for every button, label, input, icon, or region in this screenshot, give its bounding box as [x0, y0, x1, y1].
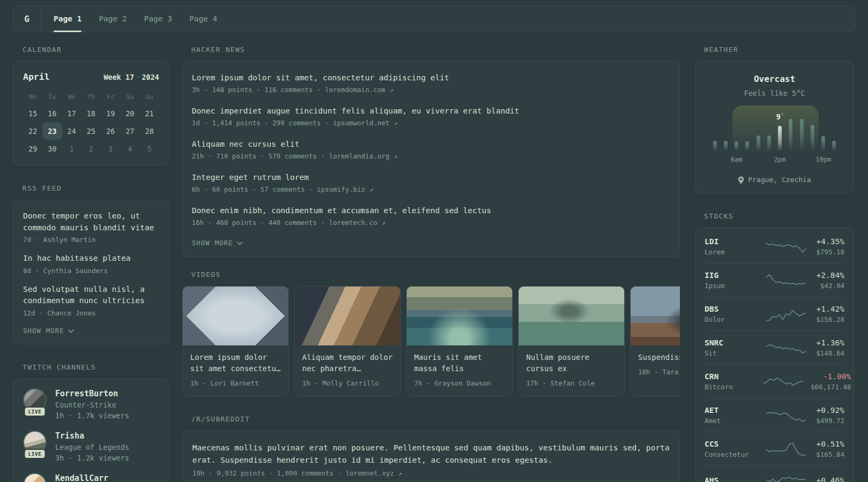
twitch-avatar-wrap: LIVE [23, 431, 47, 454]
app-logo[interactable]: G [13, 6, 41, 32]
stock-name: Ipsum [705, 281, 764, 291]
calendar-day: 21 [140, 104, 159, 122]
hackernews-item-domain-link[interactable]: loremlandia.org [329, 152, 390, 160]
stock-values: +0.51% $165.84 [816, 439, 844, 460]
hackernews-item-title[interactable]: Aliquam nec cursus elit [192, 139, 670, 149]
video-card-body: Suspendisse diam 18h · Tara [631, 345, 680, 385]
calendar-header: April Week 17·2024 [23, 72, 159, 82]
video-card-body: Nullam posuere cursus ex 17h · Stefan Co… [519, 345, 624, 396]
page-tab-label: Page 3 [144, 14, 172, 23]
calendar-panel: April Week 17·2024 MoTuWeThFrSaSu 151617… [13, 61, 169, 165]
video-title[interactable]: Nullam posuere cursus ex [526, 352, 617, 374]
hackernews-item-meta: 1d · 1,414 points · 299 comments · ipsum… [192, 118, 670, 128]
calendar-day: 25 [81, 122, 101, 140]
rss-widget: RSS FEED Donec tempor eros leo, ut commo… [13, 184, 169, 344]
video-card[interactable]: Suspendisse diam 18h · Tara [630, 286, 680, 396]
stock-row[interactable]: DBS Dolor +1.42% $156.28 [705, 297, 844, 331]
page-tab-label: Page 1 [54, 14, 81, 23]
stock-sparkline-chart [766, 441, 806, 457]
video-card[interactable]: Nullam posuere cursus ex 17h · Stefan Co… [518, 286, 625, 396]
stock-row[interactable]: AET Amet +0.92% $499.72 [705, 398, 844, 432]
stock-row[interactable]: CRN Bitcorn -1.00% $66,171.48 [705, 365, 844, 398]
hackernews-item-stats: 16h · 468 points · 440 comments [192, 219, 317, 227]
stock-row[interactable]: AHS +0.46% [705, 466, 844, 482]
hackernews-show-more-button[interactable]: SHOW MORE [192, 238, 670, 248]
twitch-channel-name[interactable]: KendallCarr [55, 473, 108, 482]
calendar-day: 16 [42, 104, 62, 122]
hackernews-item-meta: 3h · 148 points · 116 comments · loremdo… [192, 85, 670, 95]
page-tab[interactable]: Page 4 [189, 6, 217, 32]
stock-symbol: IIG [705, 270, 764, 281]
hackernews-item-title[interactable]: Donec imperdiet augue tincidunt felis al… [192, 106, 670, 116]
video-thumbnail[interactable] [295, 287, 400, 345]
calendar-day: 4 [120, 140, 139, 157]
rss-item-title[interactable]: In hac habitasse platea [23, 253, 159, 265]
video-thumbnail[interactable] [519, 287, 624, 345]
video-thumbnail[interactable] [183, 287, 288, 345]
twitch-widget: TWITCH CHANNELS LIVE ForrestBurton Count… [13, 363, 169, 482]
twitch-channel-row[interactable]: LIVE ForrestBurton Counter-Strike 1h · 1… [23, 388, 159, 421]
stock-row[interactable]: CCS Consectetur +0.51% $165.84 [705, 432, 844, 466]
page-tab[interactable]: Page 2 [99, 6, 126, 32]
hackernews-item-title[interactable]: Lorem ipsum dolor sit amet, consectetur … [192, 72, 670, 83]
weather-widget: WEATHER Overcast Feels like 5°C 6am2pm10… [695, 45, 854, 193]
twitch-channel-row[interactable]: LIVE KendallCarr [23, 473, 159, 482]
video-title[interactable]: Suspendisse diam [638, 352, 680, 363]
avatar [23, 473, 47, 482]
video-card-body: Aliquam tempor dolor nec pharetra… 1h · … [295, 345, 400, 396]
twitch-channel-viewers: 3h · 1.2k viewers [55, 453, 129, 463]
video-card[interactable]: Aliquam tempor dolor nec pharetra… 1h · … [294, 286, 401, 396]
dot-separator: · [325, 119, 329, 127]
rss-show-more-button[interactable]: SHOW MORE [23, 326, 159, 336]
hackernews-item-domain-link[interactable]: loremdomain.com [325, 86, 385, 94]
stock-symbol: LDI [705, 236, 764, 247]
video-card[interactable]: Lorem ipsum dolor sit amet consectetu… 1… [182, 286, 289, 396]
twitch-channel-info: KendallCarr [55, 473, 108, 482]
stock-row[interactable]: SNRC Sit +1.36% $148.64 [705, 331, 844, 365]
stock-row[interactable]: IIG Ipsum +2.84% $42.04 [705, 263, 844, 297]
stock-sparkline-wrap [764, 273, 817, 289]
stock-sparkline-chart [764, 374, 803, 390]
hackernews-item-title[interactable]: Integer eget rutrum lorem [192, 172, 670, 183]
external-link-icon: ↗ [393, 119, 398, 127]
stock-sparkline-chart [766, 408, 806, 424]
calendar-day: 5 [140, 140, 159, 157]
hackernews-item-title[interactable]: Donec enim nibh, condimentum et accumsan… [192, 205, 670, 216]
hackernews-item-domain-link[interactable]: loremtech.co [329, 219, 377, 227]
stock-sparkline-wrap [764, 340, 816, 356]
stock-name: Amet [705, 416, 764, 426]
twitch-channel-name[interactable]: ForrestBurton [55, 388, 129, 400]
rss-item-title[interactable]: Sed volutpat nulla nisl, a condimentum n… [23, 284, 159, 307]
hackernews-item: Aliquam nec cursus elit 21h · 710 points… [192, 139, 670, 161]
stock-sparkline-chart [766, 472, 806, 482]
rss-item-meta: 8d · Cynthia Saunders [23, 266, 159, 276]
weather-hour-bar [764, 135, 774, 151]
twitch-channel-row[interactable]: LIVE Trisha League of Legends 3h · 1.2k … [23, 431, 159, 463]
rss-item-title[interactable]: Donec tempor eros leo, ut commodo mauris… [23, 210, 159, 234]
video-card[interactable]: Mauris sit amet massa felis 7h · Grayson… [406, 286, 513, 396]
twitch-channel-name[interactable]: Trisha [55, 431, 129, 442]
stock-change-percent: -1.00% [811, 371, 851, 382]
chevron-down-icon [237, 242, 243, 245]
page-tab[interactable]: Page 3 [144, 6, 172, 32]
hackernews-item-domain-link[interactable]: ipsumworld.net [333, 119, 389, 127]
video-title[interactable]: Mauris sit amet massa felis [414, 352, 505, 374]
video-thumbnail[interactable] [407, 287, 512, 345]
page-tab-label: Page 4 [189, 14, 217, 23]
subreddit-post-domain-link[interactable]: loremnet.xyz [346, 469, 394, 477]
subreddit-post-title[interactable]: Maecenas mollis pulvinar erat non posuer… [192, 442, 670, 466]
stock-values: +0.46% [817, 475, 844, 482]
video-thumbnail[interactable] [631, 287, 680, 345]
dot-separator: · [317, 86, 321, 94]
calendar-weekday: Su [140, 93, 159, 101]
video-title[interactable]: Lorem ipsum dolor sit amet consectetu… [190, 352, 281, 374]
page-tab[interactable]: Page 1 [54, 6, 81, 32]
hackernews-item-domain-link[interactable]: ipsumify.biz [317, 185, 365, 193]
weather-hour-bar [785, 119, 796, 151]
middle-column: HACKER NEWS Lorem ipsum dolor sit amet, … [182, 45, 680, 482]
weather-hour-bar [818, 136, 829, 151]
stock-row[interactable]: LDI Lorem +4.35% $795.18 [705, 230, 844, 263]
video-meta: 17h · Stefan Cole [526, 379, 617, 388]
weather-hour-bar [731, 141, 742, 151]
video-title[interactable]: Aliquam tempor dolor nec pharetra… [302, 352, 393, 374]
